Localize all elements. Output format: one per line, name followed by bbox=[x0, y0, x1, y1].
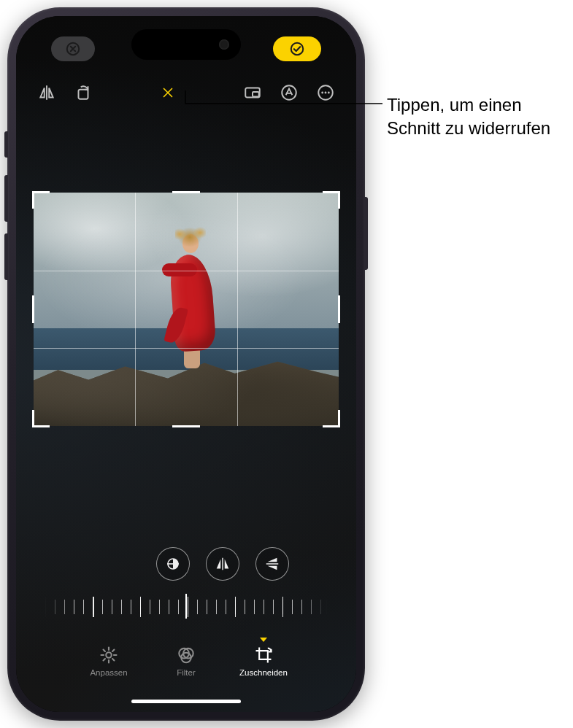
callout-leader bbox=[0, 0, 573, 728]
